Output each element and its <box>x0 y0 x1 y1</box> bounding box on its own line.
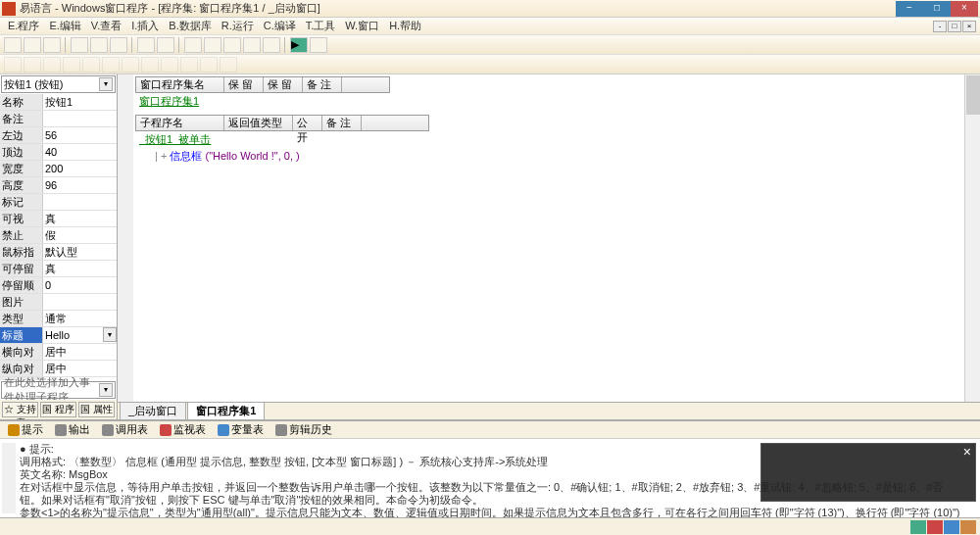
leftbtn-support[interactable]: ☆ 支持库 <box>2 402 38 417</box>
menu-help[interactable]: H.帮助 <box>385 19 425 33</box>
btab-hint[interactable]: 提示 <box>4 422 47 437</box>
menu-tools[interactable]: T.工具 <box>302 19 340 33</box>
editor-tabs: _启动窗口 窗口程序集1 <box>118 402 980 419</box>
align-6[interactable] <box>102 57 120 73</box>
toolbar-align <box>0 55 980 74</box>
menu-view[interactable]: V.查看 <box>87 19 125 33</box>
menu-run[interactable]: R.运行 <box>218 19 258 33</box>
titlebar: 易语言 - Windows窗口程序 - [程序集: 窗口程序集1 / _启动窗口… <box>0 0 980 18</box>
tool-e[interactable] <box>263 37 280 53</box>
output-panel: 提示 输出 调用表 监视表 变量表 剪辑历史 ● 提示: 调用格式: 〈整数型〉… <box>0 419 980 517</box>
status-icon-4[interactable] <box>960 520 976 534</box>
align-1[interactable] <box>4 57 22 73</box>
help-text: ● 提示: 调用格式: 〈整数型〉 信息框 (通用型 提示信息, 整数型 按钮,… <box>0 439 980 517</box>
object-selector[interactable]: 按钮1 (按钮) ▾ <box>1 75 116 93</box>
window-title: 易语言 - Windows窗口程序 - [程序集: 窗口程序集1 / _启动窗口… <box>20 1 896 16</box>
prop-row-标记[interactable]: 标记 <box>0 194 117 211</box>
tool-d[interactable] <box>243 37 261 53</box>
asm-row[interactable]: 窗口程序集1 <box>135 94 390 111</box>
tool-paste[interactable] <box>110 37 127 53</box>
sub-row[interactable]: _按钮1_被单击 <box>135 132 429 149</box>
object-selector-value: 按钮1 (按钮) <box>4 77 99 92</box>
prop-row-高度[interactable]: 高度96 <box>0 177 117 194</box>
tool-redo[interactable] <box>157 37 174 53</box>
minimize-button[interactable]: − <box>896 1 923 17</box>
prop-row-图片[interactable]: 图片 <box>0 294 117 311</box>
align-4[interactable] <box>63 57 80 73</box>
align-8[interactable] <box>141 57 159 73</box>
toolbar-main: ▶ <box>0 35 980 55</box>
align-3[interactable] <box>43 57 61 73</box>
align-2[interactable] <box>24 57 41 73</box>
prop-row-可停留焦点[interactable]: 可停留焦点真 <box>0 261 117 277</box>
prop-row-顶边[interactable]: 顶边40 <box>0 144 117 161</box>
tool-b[interactable] <box>204 37 221 53</box>
btab-vars[interactable]: 变量表 <box>214 422 268 437</box>
leftbtn-program[interactable]: 国 程序 <box>40 402 76 417</box>
align-5[interactable] <box>82 57 100 73</box>
event-selector[interactable]: 在此处选择加入事件处理子程序 ▾ <box>1 381 116 399</box>
prop-row-禁止[interactable]: 禁止假 <box>0 227 117 244</box>
scrollbar-vertical[interactable] <box>964 74 980 402</box>
tab-assembly1[interactable]: 窗口程序集1 <box>187 402 265 419</box>
prop-row-左边[interactable]: 左边56 <box>0 127 117 144</box>
tool-copy[interactable] <box>90 37 108 53</box>
asm-header: 窗口程序集名 保 留 保 留 备 注 <box>135 76 390 93</box>
code-line[interactable]: | + 信息框 ("Hello World !", 0, ) <box>135 149 978 164</box>
property-grid[interactable]: 名称按钮1备注左边56顶边40宽度200高度96标记可视真禁止假鼠标指针默认型可… <box>0 94 117 380</box>
sub-header: 子程序名 返回值类型 公开 备 注 <box>135 115 429 131</box>
menu-compile[interactable]: C.编译 <box>260 19 300 33</box>
status-icon-1[interactable] <box>910 520 926 534</box>
notification-popup[interactable]: × <box>760 443 976 502</box>
tab-startup-window[interactable]: _启动窗口 <box>120 402 186 419</box>
prop-row-类型[interactable]: 类型通常 <box>0 311 117 327</box>
prop-row-备注[interactable]: 备注 <box>0 111 117 127</box>
tool-new[interactable] <box>4 37 22 53</box>
prop-row-名称[interactable]: 名称按钮1 <box>0 94 117 111</box>
prop-row-宽度[interactable]: 宽度200 <box>0 161 117 177</box>
maximize-button[interactable]: □ <box>923 1 951 17</box>
prop-row-鼠标指针[interactable]: 鼠标指针默认型 <box>0 244 117 261</box>
mdi-restore-button[interactable]: □ <box>948 21 961 32</box>
dropdown-icon[interactable]: ▾ <box>103 327 117 342</box>
tool-cut[interactable] <box>71 37 88 53</box>
mdi-close-button[interactable]: × <box>962 21 976 32</box>
leftbtn-props[interactable]: 国 属性 <box>78 402 115 417</box>
tool-undo[interactable] <box>137 37 155 53</box>
btab-watch[interactable]: 监视表 <box>156 422 210 437</box>
prop-row-横向对齐方式[interactable]: 横向对齐方式居中 <box>0 344 117 361</box>
align-12[interactable] <box>220 57 237 73</box>
dropdown-icon[interactable]: ▾ <box>99 77 113 91</box>
align-10[interactable] <box>180 57 198 73</box>
help-scrollbar[interactable] <box>2 443 16 513</box>
close-button[interactable]: × <box>951 1 978 17</box>
app-icon <box>2 2 16 16</box>
tool-stop[interactable] <box>310 37 327 53</box>
btab-output[interactable]: 输出 <box>51 422 94 437</box>
prop-row-可视[interactable]: 可视真 <box>0 211 117 227</box>
align-11[interactable] <box>200 57 218 73</box>
code-editor[interactable]: 窗口程序集名 保 留 保 留 备 注 窗口程序集1 子程序名 返回值类型 公开 … <box>133 74 980 402</box>
btab-clip[interactable]: 剪辑历史 <box>271 422 336 437</box>
menu-window[interactable]: W.窗口 <box>341 19 383 33</box>
tool-save[interactable] <box>43 37 61 53</box>
btab-calls[interactable]: 调用表 <box>98 422 152 437</box>
status-icon-3[interactable] <box>944 520 959 534</box>
align-7[interactable] <box>122 57 139 73</box>
statusbar <box>0 517 980 535</box>
mdi-min-button[interactable]: - <box>933 21 947 32</box>
menu-database[interactable]: B.数据库 <box>165 19 215 33</box>
menu-edit[interactable]: E.编辑 <box>45 19 84 33</box>
prop-row-标题[interactable]: 标题Hello▾ <box>0 327 117 344</box>
tool-run[interactable]: ▶ <box>290 37 308 53</box>
tool-open[interactable] <box>24 37 41 53</box>
prop-row-停留顺序[interactable]: 停留顺序0 <box>0 277 117 294</box>
align-9[interactable] <box>161 57 178 73</box>
dropdown-icon[interactable]: ▾ <box>99 383 113 397</box>
close-icon[interactable]: × <box>963 446 971 459</box>
status-icon-2[interactable] <box>927 520 943 534</box>
menu-program[interactable]: E.程序 <box>4 19 43 33</box>
tool-a[interactable] <box>184 37 202 53</box>
tool-c[interactable] <box>223 37 241 53</box>
menu-insert[interactable]: I.插入 <box>127 19 163 33</box>
